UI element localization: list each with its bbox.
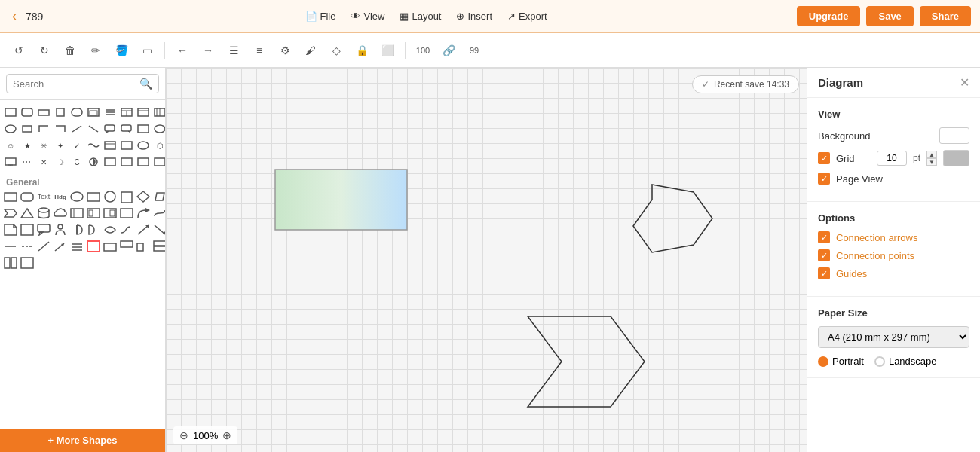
gen-square[interactable] (119, 189, 134, 204)
format-button[interactable]: 🖌 (299, 39, 322, 62)
shape-c2[interactable] (152, 105, 165, 120)
shape-s4[interactable] (136, 138, 151, 153)
zoom-in-button[interactable]: ⊕ (222, 429, 231, 441)
shape-rounded2[interactable] (69, 105, 84, 120)
layout-menu-item[interactable]: ▦ Layout (400, 11, 441, 22)
search-input[interactable] (13, 78, 139, 90)
gen-line-a[interactable] (36, 239, 51, 254)
shape-dash[interactable] (20, 154, 35, 170)
shape-c3[interactable]: C (69, 154, 84, 170)
gen-ellipse[interactable] (69, 189, 84, 204)
gen-circle[interactable] (103, 189, 118, 204)
gen-parallelogram[interactable] (152, 189, 165, 204)
gen-line-s[interactable] (3, 239, 18, 254)
gen-person[interactable] (53, 222, 68, 237)
save-button[interactable]: Save (866, 6, 913, 26)
gen-arrow-curve[interactable] (136, 206, 151, 221)
canvas-svg[interactable] (166, 68, 807, 452)
redo-button[interactable]: ↻ (33, 39, 56, 62)
shape-table[interactable] (119, 105, 134, 120)
shape-s7[interactable] (136, 154, 151, 170)
shape-star5[interactable]: ★ (20, 138, 35, 153)
gen-shapes-row7-6[interactable] (20, 255, 35, 270)
align-button[interactable]: ☰ (222, 39, 245, 62)
shape-diag-line[interactable] (69, 121, 84, 136)
shape-smiley[interactable]: ☺ (3, 138, 18, 153)
background-color-picker[interactable] (939, 127, 969, 144)
gen-triangle[interactable] (20, 206, 35, 221)
connection-points-checkbox[interactable]: ✓ (818, 249, 830, 261)
gen-shape6[interactable] (119, 206, 134, 221)
gen-heading[interactable]: Hdg (53, 189, 68, 204)
shape-ellipse[interactable] (3, 121, 18, 136)
gen-cylinder[interactable] (36, 206, 51, 221)
gen-shape4[interactable] (86, 206, 101, 221)
gen-arrow-s[interactable] (152, 206, 165, 221)
arrow-right-button[interactable]: → (197, 39, 219, 62)
shape-sun2[interactable]: ✦ (53, 138, 68, 153)
gen-chat3[interactable] (36, 222, 51, 237)
canvas-rect-shape[interactable] (275, 170, 407, 230)
shape-s3[interactable] (119, 138, 134, 153)
delete-button[interactable]: 🗑 (59, 39, 81, 62)
gen-line-arrow[interactable] (53, 239, 68, 254)
shape-check[interactable]: ✓ (69, 138, 84, 153)
canvas-hexagon-shape[interactable] (633, 185, 712, 252)
shape-crescent[interactable]: ☽ (53, 154, 68, 170)
gen-cloud[interactable] (53, 206, 68, 221)
shape-sun[interactable]: ✳ (36, 138, 51, 153)
shape-circle-sq[interactable] (20, 121, 35, 136)
pencil-button[interactable]: ✏ (84, 39, 107, 62)
connection-arrows-checkbox[interactable]: ✓ (818, 231, 830, 243)
gen-rect[interactable] (3, 189, 18, 204)
gen-shape7[interactable] (103, 222, 118, 237)
gen-shape2[interactable] (86, 189, 101, 204)
shape-wave[interactable] (86, 138, 101, 153)
shape-fold[interactable] (103, 154, 118, 170)
portrait-option[interactable]: Portrait (818, 356, 864, 367)
size-button[interactable]: 100 (412, 39, 434, 62)
gen-shapes-row7-4[interactable] (152, 239, 165, 254)
canvas-area[interactable]: ✓ Recent save 14:33 ⊖ 100% ⊕ (166, 68, 807, 452)
shape-s8[interactable] (152, 154, 165, 170)
gen-lines-h[interactable] (69, 239, 84, 254)
shape-chat-bubble[interactable] (103, 121, 118, 136)
gen-arrow-diag[interactable] (152, 222, 165, 237)
shape-lines[interactable] (103, 105, 118, 120)
shape-c1[interactable] (136, 105, 151, 120)
gen-line-d[interactable] (20, 239, 35, 254)
tag-button[interactable]: 99 (463, 39, 485, 62)
undo-button[interactable]: ↺ (8, 39, 30, 62)
landscape-option[interactable]: Landscape (874, 356, 937, 367)
pageview-checkbox[interactable]: ✓ (818, 173, 830, 185)
gen-rounded[interactable] (20, 189, 35, 204)
gen-s-curve[interactable] (119, 222, 134, 237)
share-button[interactable]: Share (920, 6, 971, 26)
gen-half-d1[interactable] (69, 222, 84, 237)
gen-shapes-row7-1[interactable] (103, 239, 118, 254)
shape-rect[interactable] (3, 105, 18, 120)
insert-menu-item[interactable]: ⊕ Insert (456, 11, 492, 22)
group-button[interactable]: ⚙ (274, 39, 296, 62)
gen-text[interactable]: Text (36, 189, 51, 204)
gen-fold2[interactable] (20, 222, 35, 237)
portrait-radio[interactable] (818, 356, 828, 367)
arrow-left-button[interactable]: ← (171, 39, 194, 62)
clear-button[interactable]: ◇ (325, 39, 348, 62)
shape-wide-rect[interactable] (36, 105, 51, 120)
grid-down-button[interactable]: ▼ (926, 158, 937, 166)
shape-monitor[interactable] (3, 154, 18, 170)
gen-diamond[interactable] (136, 189, 151, 204)
gen-shape3[interactable] (69, 206, 84, 221)
shape-s2[interactable] (152, 121, 165, 136)
shape-g1[interactable] (86, 154, 101, 170)
lock-button[interactable]: 🔒 (351, 39, 373, 62)
gen-shape5[interactable] (103, 206, 118, 221)
frame-button[interactable]: ⬜ (376, 39, 399, 62)
panel-close-button[interactable]: ✕ (960, 75, 969, 90)
shape-rounded-rect[interactable] (20, 105, 35, 120)
shape-tall-rect[interactable] (53, 105, 68, 120)
shape-x[interactable]: ✕ (36, 154, 51, 170)
canvas-arrow-shape[interactable] (528, 316, 645, 407)
grid-up-button[interactable]: ▲ (926, 151, 937, 158)
